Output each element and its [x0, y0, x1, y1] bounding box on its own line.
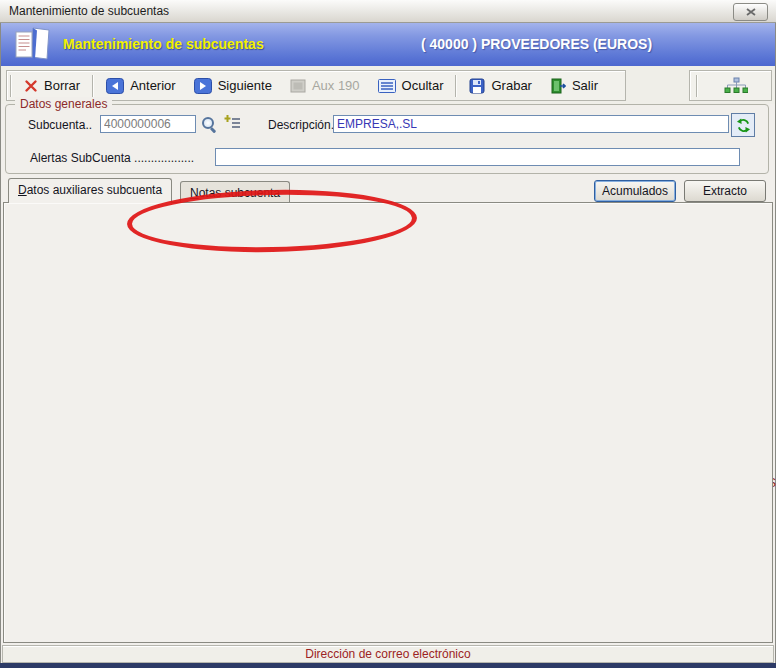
close-icon — [746, 8, 756, 16]
toolbar-right-panel — [689, 70, 772, 101]
tab-notas[interactable]: Notas subcuenta — [180, 181, 290, 202]
aux190-label: Aux 190 — [312, 78, 360, 93]
status-bar: Dirección de correo electrónico — [2, 645, 774, 663]
delete-icon — [24, 79, 38, 93]
toolbar-separator — [696, 75, 698, 97]
alertas-input[interactable] — [215, 148, 740, 166]
tab-label: Datos auxiliares subcuenta — [18, 183, 162, 197]
aux-icon — [290, 78, 306, 94]
extracto-label: Extracto — [703, 184, 747, 198]
previous-label: Anterior — [130, 78, 176, 93]
header-account: ( 40000 ) PROVEEDORES (EUROS) — [421, 36, 652, 52]
tab-label: Notas subcuenta — [190, 186, 280, 200]
delete-button[interactable]: Borrar — [15, 74, 89, 98]
refresh-button[interactable] — [731, 113, 755, 137]
subcuenta-label: Subcuenta.. — [28, 118, 92, 132]
refresh-icon — [736, 118, 751, 133]
window-title: Mantenimiento de subcuentas — [9, 4, 169, 18]
toolbar-separator — [92, 75, 94, 97]
subcuenta-input[interactable] — [100, 115, 196, 133]
add-list-icon[interactable] — [224, 114, 241, 132]
aux190-button: Aux 190 — [281, 74, 369, 98]
arrow-right-icon — [194, 78, 212, 94]
title-bar: Mantenimiento de subcuentas — [0, 0, 776, 23]
save-button[interactable]: Grabar — [460, 74, 540, 98]
tree-icon — [724, 77, 748, 95]
tab-panel — [3, 202, 773, 643]
extracto-button[interactable]: Extracto — [684, 180, 766, 202]
header-title: Mantenimiento de subcuentas — [63, 36, 264, 52]
arrow-left-icon — [106, 78, 124, 94]
list-icon — [378, 78, 396, 94]
next-label: Siguiente — [218, 78, 272, 93]
toolbar-separator — [455, 75, 457, 97]
tab-datos-auxiliares[interactable]: Datos auxiliares subcuenta — [8, 178, 172, 203]
descripcion-label: Descripción. — [268, 118, 334, 132]
save-icon — [469, 78, 485, 94]
toolbar-separator — [10, 75, 12, 97]
previous-button[interactable]: Anterior — [97, 74, 185, 98]
document-icon — [11, 26, 55, 63]
general-legend: Datos generales — [15, 97, 112, 111]
acumulados-button[interactable]: Acumulados — [594, 180, 676, 202]
door-icon — [550, 78, 566, 94]
next-button[interactable]: Siguiente — [185, 74, 281, 98]
tree-view-button[interactable] — [715, 74, 757, 98]
header-banner: Mantenimiento de subcuentas ( 40000 ) PR… — [1, 23, 775, 66]
toolbar: Borrar Anterior Siguiente Aux 190 — [1, 66, 775, 104]
search-icon[interactable] — [200, 115, 218, 133]
delete-label: Borrar — [44, 78, 80, 93]
exit-button[interactable]: Salir — [541, 74, 607, 98]
exit-label: Salir — [572, 78, 598, 93]
save-label: Grabar — [491, 78, 531, 93]
descripcion-input[interactable] — [333, 115, 729, 133]
alertas-label: Alertas SubCuenta .................. — [30, 151, 194, 165]
hide-label: Ocultar — [402, 78, 444, 93]
window-bottom-edge — [0, 663, 776, 668]
app-window: Mantenimiento de subcuentas Mantenimient… — [0, 0, 776, 668]
acumulados-label: Acumulados — [602, 184, 668, 198]
hide-button[interactable]: Ocultar — [369, 74, 453, 98]
close-button[interactable] — [733, 3, 768, 21]
status-text: Dirección de correo electrónico — [305, 647, 470, 661]
